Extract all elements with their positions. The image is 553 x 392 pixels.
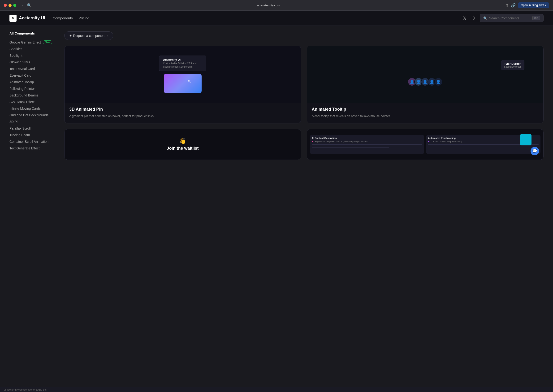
waitlist-icon: 👋 — [179, 138, 186, 144]
sidebar-item-text-generate-effect[interactable]: Text Generate Effect — [9, 145, 57, 152]
card-animated-tooltip[interactable]: Tyler Durden Soap Developer 👤 👤 👤 👤 👤 An… — [307, 46, 544, 123]
sidebar-item-animated-tooltip[interactable]: Animated Tooltip — [9, 79, 57, 85]
request-btn-label: ✦ Request a component — [69, 34, 105, 38]
twitter-x-icon[interactable]: 𝕏 — [462, 15, 467, 22]
teal-decorative-box — [520, 134, 532, 145]
open-in-label: Open in — [521, 4, 531, 7]
card-body-pin: 3D Animated Pin A gradient pin that anim… — [64, 103, 301, 123]
sidebar-item-label: Sparkles — [9, 47, 22, 51]
theme-toggle-icon[interactable]: ☽ — [471, 15, 477, 22]
pin-title: Aceternity UI — [163, 58, 202, 62]
pin-subtitle: Customizable Tailwind CSS and Framer Mot… — [163, 62, 202, 69]
status-bar: ui.aceternity.com/components/3D-pin — [0, 387, 553, 392]
gradient-rectangle — [164, 74, 202, 93]
chevron-down-icon[interactable]: ▾ — [545, 4, 546, 7]
share-icon[interactable]: ⬆ — [505, 3, 509, 7]
ai-card-title-1: AI Content Generation — [312, 137, 422, 140]
nav-arrows: ‹ — [21, 3, 24, 7]
pink-dot — [312, 141, 313, 142]
sidebar-item-infinite-moving-cards[interactable]: Infinite Moving Cards — [9, 105, 57, 112]
sidebar-item-google-gemini-effect[interactable]: Google Gemini Effect New — [9, 39, 57, 46]
nav-link-pricing[interactable]: Pricing — [78, 16, 89, 20]
ai-card-desc-1: Experience the power of AI in generating… — [312, 140, 422, 143]
waitlist-preview: 👋 Join the waitlist — [64, 129, 301, 160]
card-desc-pin: A gradient pin that animates on hover, p… — [69, 114, 296, 119]
sidebar-item-label: Infinite Moving Cards — [9, 107, 41, 110]
avatar-5: 👤 — [434, 77, 443, 86]
sidebar-item-label: Google Gemini Effect — [9, 40, 41, 44]
sidebar-item-sparkles[interactable]: Sparkles — [9, 46, 57, 52]
sidebar-item-text-reveal-card[interactable]: Text Reveal Card — [9, 65, 57, 72]
traffic-light-fullscreen[interactable] — [13, 4, 16, 7]
card-ai-content[interactable]: AI Content Generation Experience the pow… — [307, 129, 544, 160]
traffic-lights — [4, 4, 16, 7]
nav-links: Components Pricing — [53, 16, 455, 20]
card-preview-tooltip: Tyler Durden Soap Developer 👤 👤 👤 👤 👤 — [307, 46, 543, 103]
sidebar-title: All Components — [9, 31, 57, 35]
pin-text-card: Aceternity UI Customizable Tailwind CSS … — [159, 56, 206, 71]
tooltip-bubble: Tyler Durden Soap Developer — [501, 60, 524, 70]
chrome-right-actions: ⬆ 🔗 Open in Ding ⌘O ▾ — [505, 2, 549, 8]
card-body-tooltip: Animated Tooltip A cool tooltip that rev… — [307, 103, 543, 123]
sidebar-item-label: Text Reveal Card — [9, 67, 35, 71]
search-chrome-icon[interactable]: 🔍 — [27, 3, 32, 7]
sidebar-item-label: Text Generate Effect — [9, 146, 40, 150]
waitlist-text: Join the waitlist — [167, 146, 199, 151]
sidebar-item-following-pointer[interactable]: Following Pointer — [9, 85, 57, 92]
status-url: ui.aceternity.com/components/3D-pin — [4, 388, 47, 391]
sidebar-item-svg-mask-effect[interactable]: SVG Mask Effect — [9, 98, 57, 105]
open-in-brand: Ding — [532, 4, 538, 7]
chevron-right-icon: › — [107, 34, 108, 37]
card-preview-pin: Aceternity UI Customizable Tailwind CSS … — [64, 46, 301, 103]
sidebar-item-label: Tracing Beam — [9, 133, 30, 137]
main-content: ✦ Request a component › Aceternity UI Cu… — [64, 31, 544, 160]
avatars-row: 👤 👤 👤 👤 👤 — [408, 77, 443, 86]
chat-fab-button[interactable]: 💬 — [531, 147, 539, 155]
sidebar-item-container-scroll-animation[interactable]: Container Scroll Animation — [9, 138, 57, 145]
card-grid: Aceternity UI Customizable Tailwind CSS … — [64, 46, 544, 160]
traffic-light-minimize[interactable] — [8, 4, 12, 7]
open-in-button[interactable]: Open in Ding ⌘O ▾ — [518, 2, 549, 8]
sidebar-item-spotlight[interactable]: Spotlight — [9, 52, 57, 59]
card-desc-tooltip: A cool tooltip that reveals on hover, fo… — [312, 114, 539, 119]
logo-text: Aceternity UI — [19, 16, 45, 21]
tooltip-name: Tyler Durden — [504, 62, 521, 65]
nav-link-components[interactable]: Components — [53, 16, 73, 20]
url-bar[interactable]: ui.aceternity.com — [35, 4, 503, 7]
sidebar-item-label: Background Beams — [9, 93, 38, 97]
sidebar-item-label: Grid and Dot Backgrounds — [9, 113, 48, 117]
sidebar-item-glowing-stars[interactable]: Glowing Stars — [9, 59, 57, 65]
back-button[interactable]: ‹ — [21, 3, 24, 7]
sidebar-item-label: SVG Mask Effect — [9, 100, 35, 104]
traffic-light-close[interactable] — [4, 4, 7, 7]
link-icon[interactable]: 🔗 — [511, 3, 516, 7]
sidebar-item-label: Spotlight — [9, 54, 22, 57]
sidebar-item-3d-pin[interactable]: 3D Pin — [9, 119, 57, 125]
search-icon: 🔍 — [483, 16, 487, 20]
logo-icon: > — [9, 15, 17, 22]
sidebar-item-parallax-scroll[interactable]: Parallax Scroll — [9, 125, 57, 132]
sidebar-item-background-beams[interactable]: Background Beams — [9, 92, 57, 98]
card-waitlist[interactable]: 👋 Join the waitlist — [64, 129, 301, 160]
ai-line-1 — [312, 144, 422, 145]
nav-right: 𝕏 ☽ 🔍 ⌘K — [462, 14, 544, 22]
sidebar-item-grid-dot-backgrounds[interactable]: Grid and Dot Backgrounds — [9, 112, 57, 119]
sidebar-item-evervault-card[interactable]: Evervault Card — [9, 72, 57, 79]
search-input[interactable] — [489, 16, 531, 20]
sidebar-item-label: Animated Tooltip — [9, 80, 34, 84]
sidebar-item-tracing-beam[interactable]: Tracing Beam — [9, 132, 57, 138]
tooltip-role: Soap Developer — [504, 65, 521, 68]
navbar: > Aceternity UI Components Pricing 𝕏 ☽ 🔍… — [0, 11, 553, 26]
sidebar-item-label: Parallax Scroll — [9, 126, 30, 130]
card-title-pin: 3D Animated Pin — [69, 107, 296, 112]
sidebar: All Components Google Gemini Effect New … — [9, 31, 57, 160]
sidebar-item-label: Evervault Card — [9, 74, 31, 77]
search-bar[interactable]: 🔍 ⌘K — [480, 14, 544, 22]
logo[interactable]: > Aceternity UI — [9, 15, 45, 22]
purple-dot — [428, 141, 429, 142]
window-chrome: ‹ 🔍 ui.aceternity.com ⬆ 🔗 Open in Ding ⌘… — [0, 0, 553, 11]
new-badge: New — [43, 40, 52, 44]
request-component-button[interactable]: ✦ Request a component › — [64, 31, 113, 40]
card-3d-animated-pin[interactable]: Aceternity UI Customizable Tailwind CSS … — [64, 46, 301, 123]
sidebar-item-label: 3D Pin — [9, 120, 19, 124]
